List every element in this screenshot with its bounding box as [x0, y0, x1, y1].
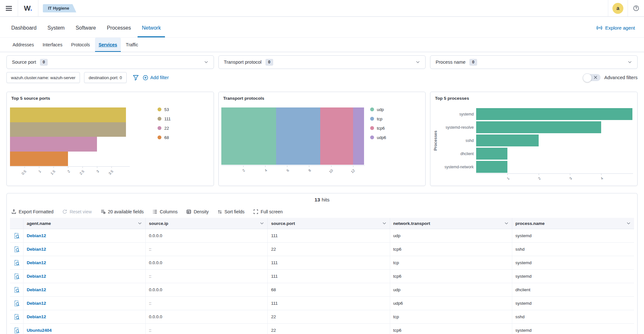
grid-header: agent.namesource.ipsource.portnetwork.tr…: [10, 218, 634, 229]
table-row: Debian12::111udp6systemd: [10, 297, 634, 310]
axis-tick: [39, 167, 39, 168]
subtab-traffic[interactable]: Traffic: [122, 38, 142, 52]
cell-agent-link[interactable]: Debian12: [23, 283, 145, 296]
table-cell: ::: [145, 270, 267, 283]
axis-tick-label: 10: [328, 168, 334, 174]
filter-select-transport-protocol[interactable]: Transport protocol0: [218, 55, 426, 69]
filter-count-badge: 0: [40, 59, 48, 66]
column-header-process-name[interactable]: process.name: [512, 218, 634, 229]
axis-tick-label: 2: [66, 169, 71, 173]
subtab-services[interactable]: Services: [95, 38, 121, 52]
explore-agent-button[interactable]: Explore agent: [596, 25, 644, 37]
inspect-icon[interactable]: [10, 270, 23, 283]
subtab-addresses[interactable]: Addresses: [9, 38, 37, 52]
table-cell: dhclient: [512, 283, 634, 296]
add-filter-button[interactable]: Add filter: [143, 75, 169, 80]
inspect-icon[interactable]: [10, 283, 23, 296]
help-icon[interactable]: [628, 5, 644, 11]
cell-agent-link[interactable]: Debian12: [23, 256, 145, 269]
cell-agent-link[interactable]: Debian12: [23, 270, 145, 283]
toolbar-export-formatted[interactable]: Export Formatted: [11, 209, 53, 214]
table-cell: tcp6: [390, 270, 512, 283]
toolbar-20-available-fields[interactable]: 20 available fields: [101, 209, 144, 214]
filter-select-process-name[interactable]: Process name0: [430, 55, 638, 69]
hits-number: 13: [314, 197, 320, 203]
filter-pill[interactable]: wazuh.cluster.name: wazuh-server: [6, 72, 80, 83]
tab-processes[interactable]: Processes: [107, 25, 131, 37]
filter-pills-row: wazuh.cluster.name: wazuh-serverdestinat…: [6, 72, 638, 83]
table-cell: systemd: [512, 256, 634, 269]
axis-tick: [68, 167, 68, 168]
toolbar-columns[interactable]: Columns: [152, 209, 178, 214]
subtab-protocols[interactable]: Protocols: [68, 38, 93, 52]
bar-22: [10, 137, 97, 152]
legend-item-22[interactable]: 22: [158, 125, 171, 131]
axis-tick-label: 2: [537, 176, 542, 181]
legend-item-68[interactable]: 68: [158, 134, 171, 141]
tab-dashboard[interactable]: Dashboard: [11, 25, 36, 37]
legend-label: udp: [377, 107, 384, 112]
column-header-agent-name[interactable]: agent.name: [23, 218, 145, 229]
axis-tick-label: 2: [242, 168, 246, 172]
bar-systemd-network: [476, 161, 507, 173]
column-header-network-transport[interactable]: network.transport: [390, 218, 512, 229]
explore-agent-label: Explore agent: [605, 25, 635, 31]
legend-dot: [158, 117, 161, 121]
advanced-filters-label: Advanced filters: [604, 75, 638, 80]
legend-item-tcp6[interactable]: tcp6: [370, 125, 386, 131]
legend-item-53[interactable]: 53: [158, 106, 171, 113]
subtab-interfaces[interactable]: Interfaces: [39, 38, 66, 52]
toolbar-density[interactable]: Density: [186, 209, 209, 214]
axis-tick: [97, 167, 97, 168]
tab-software[interactable]: Software: [76, 25, 96, 37]
legend-item-udp[interactable]: udp: [370, 106, 386, 113]
chart-title: Top 5 source ports: [11, 96, 50, 101]
legend-item-111[interactable]: 111: [158, 116, 171, 122]
divider: [38, 0, 38, 16]
cell-agent-link[interactable]: Debian12: [23, 243, 145, 256]
inspect-icon[interactable]: [10, 310, 23, 323]
inspect-icon[interactable]: [10, 256, 23, 269]
tab-system[interactable]: System: [47, 25, 64, 37]
it-hygiene-tag: IT Hygiene: [43, 4, 76, 13]
filter-select-label: Process name: [436, 60, 466, 65]
chart-title: Transport protocols: [223, 96, 264, 101]
filter-pill[interactable]: destination.port: 0: [84, 72, 126, 83]
toolbar-reset-view[interactable]: Reset view: [62, 209, 91, 214]
cell-agent-link[interactable]: Ubuntu2404: [23, 324, 145, 334]
inspect-icon[interactable]: [10, 229, 23, 242]
menu-icon[interactable]: [0, 0, 18, 16]
cell-agent-link[interactable]: Debian12: [23, 297, 145, 310]
toolbar-sort-fields[interactable]: Sort fields: [217, 209, 245, 214]
legend-item-udp6[interactable]: udp6: [370, 134, 386, 141]
legend-label: 53: [164, 107, 169, 112]
legend-dot: [158, 107, 161, 111]
legend-dot: [370, 107, 374, 111]
filter-count-badge: 0: [265, 59, 273, 66]
inspect-icon[interactable]: [10, 243, 23, 256]
table-cell: 111: [267, 270, 389, 283]
column-header-label: agent.name: [27, 221, 51, 226]
tab-network[interactable]: Network: [142, 25, 161, 37]
column-header-source-port[interactable]: source.port: [267, 218, 389, 229]
axis-tick: [309, 166, 309, 167]
page: W. IT Hygiene a DashboardSystemSoftwareP…: [0, 0, 644, 334]
wazuh-logo[interactable]: W.: [18, 0, 38, 16]
toolbar-label: Export Formatted: [19, 209, 53, 214]
table-cell: tcp: [390, 310, 512, 323]
avatar[interactable]: a: [612, 3, 623, 14]
cell-agent-link[interactable]: Debian12: [23, 310, 145, 323]
legend-label: 68: [164, 135, 169, 140]
inspect-icon[interactable]: [10, 297, 23, 310]
filter-select-source-port[interactable]: Source port0: [6, 55, 214, 69]
filter-funnel-icon[interactable]: [133, 75, 139, 81]
cell-agent-link[interactable]: Debian12: [23, 229, 145, 242]
axis-tick: [24, 167, 25, 168]
axis-tick: [601, 174, 601, 175]
chevron-down-icon: [260, 221, 264, 226]
advanced-filters-toggle[interactable]: [583, 74, 601, 81]
inspect-icon[interactable]: [10, 324, 23, 334]
legend-item-tcp[interactable]: tcp: [370, 116, 386, 122]
toolbar-full-screen[interactable]: Full screen: [253, 209, 283, 214]
column-header-source-ip[interactable]: source.ip: [145, 218, 267, 229]
